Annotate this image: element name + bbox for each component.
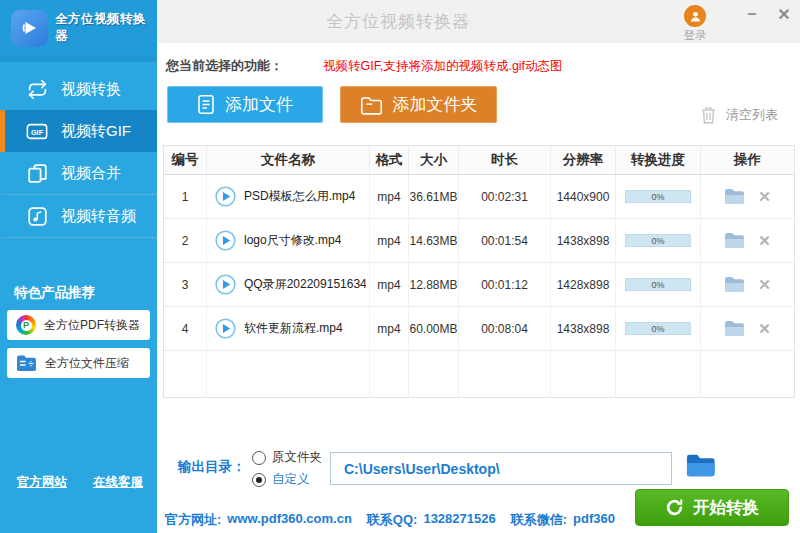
open-folder-icon[interactable] — [724, 188, 745, 205]
empty-cell — [616, 351, 701, 397]
row-format: mp4 — [370, 219, 409, 262]
sidebar-item-video-to-gif[interactable]: GIF 视频转GIF — [0, 110, 157, 152]
row-actions: ✕ — [701, 175, 794, 218]
row-actions: ✕ — [701, 263, 794, 306]
open-folder-icon[interactable] — [724, 320, 745, 337]
col-format: 格式 — [370, 146, 409, 174]
play-icon[interactable] — [215, 230, 236, 251]
qq-label: 联系QQ: — [367, 511, 418, 529]
empty-cell — [370, 351, 409, 397]
remove-row-icon[interactable]: ✕ — [758, 189, 771, 204]
row-filename: PSD模板怎么用.mp4 — [244, 188, 355, 205]
product-label: 全方位文件压缩 — [45, 355, 129, 372]
remove-row-icon[interactable]: ✕ — [758, 233, 771, 248]
row-format: mp4 — [370, 263, 409, 306]
row-number: 2 — [164, 219, 207, 262]
start-convert-button[interactable]: 开始转换 — [635, 489, 789, 526]
promo-heading: 特色产品推荐 — [0, 284, 157, 302]
browse-folder-button[interactable] — [684, 451, 716, 481]
play-icon[interactable] — [215, 186, 236, 207]
row-size: 36.61MB — [409, 175, 459, 218]
col-filename: 文件名称 — [207, 146, 370, 174]
row-duration: 00:08:04 — [459, 307, 551, 350]
brand-name: 全方位视频转换器 — [55, 11, 157, 45]
empty-cell — [409, 351, 459, 397]
remove-row-icon[interactable]: ✕ — [758, 321, 771, 336]
file-compress-icon: ÷ — [16, 354, 37, 372]
footer-contacts: 官方网址:www.pdf360.com.cn 联系QQ:1328271526 联… — [165, 511, 615, 529]
table-empty-row — [164, 351, 794, 397]
clear-list-button[interactable]: 清空列表 — [700, 106, 778, 124]
row-resolution: 1438x898 — [551, 307, 616, 350]
col-resolution: 分辨率 — [551, 146, 616, 174]
row-filename: logo尺寸修改.mp4 — [244, 232, 341, 249]
empty-cell — [701, 351, 794, 397]
app-window: 全方位视频转换器 视频转换 GIF 视频转GIF 视频合并 — [0, 0, 800, 533]
sidebar-item-label: 视频转音频 — [61, 207, 136, 226]
add-folder-button[interactable]: 添加文件夹 — [340, 86, 497, 123]
svg-text:GIF: GIF — [31, 127, 44, 136]
file-table-header: 编号 文件名称 格式 大小 时长 分辨率 转换进度 操作 — [164, 146, 794, 175]
row-filename: QQ录屏20220915163414.mp4 — [244, 276, 366, 293]
row-size: 14.63MB — [409, 219, 459, 262]
radio-original-folder[interactable]: 原文件夹 — [252, 449, 322, 466]
output-dir-label: 输出目录： — [178, 458, 246, 476]
login-button[interactable]: 登录 — [672, 5, 718, 43]
row-filename-cell: logo尺寸修改.mp4 — [207, 219, 370, 262]
remove-row-icon[interactable]: ✕ — [758, 277, 771, 292]
progress-bar: 0% — [625, 322, 691, 335]
sidebar-item-video-to-audio[interactable]: 视频转音频 — [0, 195, 157, 238]
sidebar-item-label: 视频转GIF — [61, 122, 131, 141]
row-duration: 00:01:12 — [459, 263, 551, 306]
radio-custom-folder[interactable]: 自定义 — [252, 471, 310, 488]
add-file-label: 添加文件 — [225, 93, 293, 116]
site-label: 官方网址: — [165, 511, 221, 529]
output-path-input[interactable] — [330, 452, 672, 485]
wechat-value: pdf360 — [573, 511, 615, 529]
start-convert-label: 开始转换 — [693, 497, 759, 519]
close-button[interactable]: ✕ — [773, 4, 795, 24]
merge-icon — [26, 162, 48, 184]
row-number: 4 — [164, 307, 207, 350]
col-actions: 操作 — [701, 146, 794, 174]
play-icon[interactable] — [215, 274, 236, 295]
online-support-link[interactable]: 在线客服 — [93, 474, 143, 491]
product-label: 全方位PDF转换器 — [44, 317, 140, 334]
titlebar: 全方位视频转换器 登录 – ✕ — [157, 0, 800, 43]
minimize-button[interactable]: – — [741, 4, 763, 24]
radio-icon[interactable] — [252, 473, 266, 487]
user-icon — [684, 5, 706, 27]
radio-original-label: 原文件夹 — [272, 449, 322, 466]
official-site-link[interactable]: 官方网站 — [17, 474, 67, 491]
table-row: 4 软件更新流程.mp4 mp4 60.00MB 00:08:04 1438x8… — [164, 307, 794, 351]
open-folder-icon[interactable] — [724, 232, 745, 249]
open-folder-icon[interactable] — [724, 276, 745, 293]
table-row: 3 QQ录屏20220915163414.mp4 mp4 12.88MB 00:… — [164, 263, 794, 307]
play-icon[interactable] — [215, 318, 236, 339]
col-duration: 时长 — [459, 146, 551, 174]
sidebar-item-label: 视频转换 — [61, 80, 121, 99]
row-actions: ✕ — [701, 307, 794, 350]
progress-bar: 0% — [625, 278, 691, 291]
main-panel: 您当前选择的功能： 视频转GIF,支持将添加的视频转成.gif动态图 添加文件 … — [157, 43, 800, 533]
add-file-button[interactable]: 添加文件 — [167, 86, 323, 123]
login-label: 登录 — [672, 28, 718, 43]
sidebar: 全方位视频转换器 视频转换 GIF 视频转GIF 视频合并 — [0, 0, 157, 533]
sidebar-item-video-merge[interactable]: 视频合并 — [0, 152, 157, 195]
radio-icon[interactable] — [252, 451, 266, 465]
product-pdf-converter[interactable]: P 全方位PDF转换器 — [7, 310, 150, 340]
sidebar-item-video-convert[interactable]: 视频转换 — [0, 68, 157, 110]
row-duration: 00:01:54 — [459, 219, 551, 262]
music-icon — [26, 205, 48, 227]
row-size: 60.00MB — [409, 307, 459, 350]
row-progress-cell: 0% — [616, 219, 701, 262]
empty-cell — [207, 351, 370, 397]
window-title: 全方位视频转换器 — [303, 10, 493, 33]
row-progress-cell: 0% — [616, 263, 701, 306]
sidebar-item-label: 视频合并 — [61, 164, 121, 183]
document-icon — [197, 94, 215, 115]
product-file-compress[interactable]: ÷ 全方位文件压缩 — [7, 348, 150, 378]
trash-icon — [700, 106, 717, 124]
row-duration: 00:02:31 — [459, 175, 551, 218]
toolbar: 添加文件 添加文件夹 — [167, 86, 497, 123]
